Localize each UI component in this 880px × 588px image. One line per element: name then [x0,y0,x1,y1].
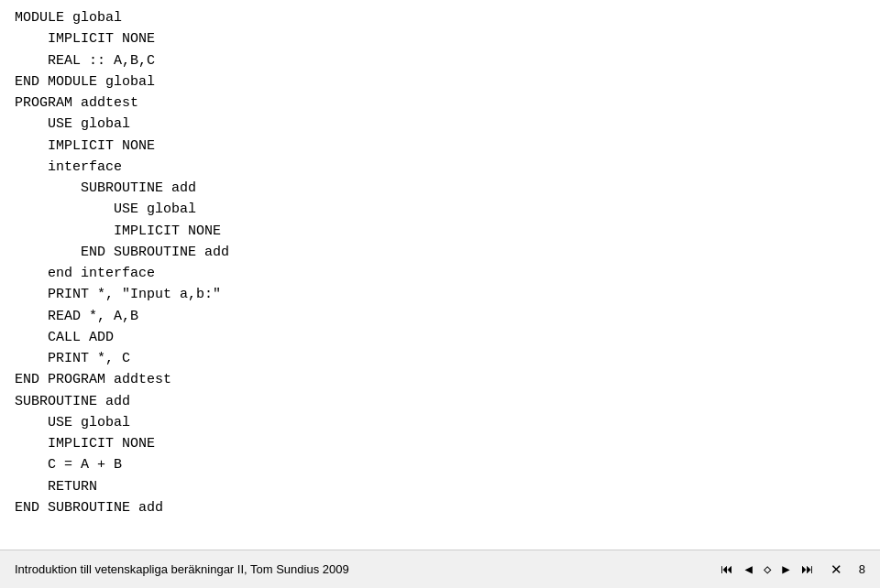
next-button[interactable]: ▶ [778,560,793,579]
page-number: 8 [859,562,865,576]
footer-text: Introduktion till vetenskapliga beräknin… [15,562,349,576]
code-block: MODULE global IMPLICIT NONE REAL :: A,B,… [0,0,880,550]
fastforward-button[interactable]: ⏭ [798,561,818,579]
footer-bar: Introduktion till vetenskapliga beräknin… [0,550,880,588]
close-button[interactable]: ✕ [825,560,848,580]
rewind-button[interactable]: ⏮ [717,561,737,579]
prev-button[interactable]: ◀ [741,560,755,579]
navigation-controls: ⏮ ◀ ◇ ▶ ⏭ ✕ 8 [717,560,865,580]
diamond-button[interactable]: ◇ [760,560,775,579]
